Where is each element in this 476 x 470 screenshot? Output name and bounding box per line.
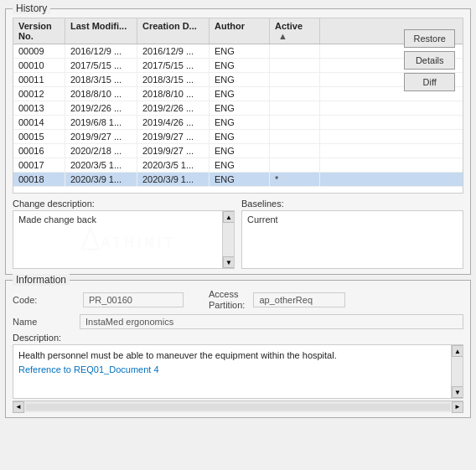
desc-text: Health personnel must be able to maneuve… <box>13 345 463 380</box>
table-body[interactable]: 00009 2016/12/9 ... 2016/12/9 ... ENG 00… <box>13 44 463 193</box>
history-title: History <box>13 3 50 14</box>
cell-active <box>270 59 320 72</box>
desc-main-text: Health personnel must be able to maneuve… <box>18 350 337 360</box>
col-header-modified: Last Modifi... <box>65 18 137 44</box>
name-label: Name <box>13 317 80 327</box>
cell-version: 00014 <box>13 116 65 129</box>
cell-modified: 2016/12/9 ... <box>65 44 137 58</box>
cell-version: 00017 <box>13 158 65 172</box>
col-header-author: Author <box>210 18 270 44</box>
svg-marker-0 <box>82 229 99 250</box>
scroll-down-arrow[interactable]: ▼ <box>223 256 235 268</box>
table-row[interactable]: 00010 2017/5/15 ... 2017/5/15 ... ENG <box>13 59 463 73</box>
cell-creation: 2018/8/10 ... <box>137 87 210 101</box>
restore-button[interactable]: Restore <box>404 29 455 48</box>
history-panel: History Version No. Last Modifi... Creat… <box>5 8 471 275</box>
cell-author: ENG <box>210 87 270 101</box>
name-row: Name <box>13 314 463 329</box>
baselines-box: Current <box>241 210 463 269</box>
change-desc-text: Made change back <box>13 211 234 228</box>
baselines-text: Current <box>242 211 463 228</box>
horiz-scrollbar[interactable]: ◄ ► <box>13 400 463 412</box>
table-header: Version No. Last Modifi... Creation D...… <box>13 18 463 44</box>
access-label: AccessPartition: <box>209 289 245 311</box>
table-row[interactable]: 00016 2020/2/18 ... 2019/9/27 ... ENG <box>13 144 463 158</box>
scroll-right-arrow[interactable]: ► <box>452 401 463 413</box>
cell-creation: 2019/4/26 ... <box>137 116 210 129</box>
desc-section: Description: Health personnel must be ab… <box>13 333 463 412</box>
information-panel: Information Code: AccessPartition: Name … <box>5 280 471 418</box>
cell-author: ENG <box>210 158 270 172</box>
cell-creation: 2017/5/15 ... <box>137 59 210 72</box>
cell-creation: 2018/3/15 ... <box>137 73 210 86</box>
access-input[interactable] <box>253 292 345 307</box>
scroll-bar-right[interactable]: ▲ ▼ <box>222 211 234 268</box>
table-row[interactable]: 00012 2018/8/10 ... 2018/8/10 ... ENG <box>13 87 463 101</box>
code-label: Code: <box>13 295 80 305</box>
cell-active <box>270 73 320 86</box>
cell-modified: 2020/3/9 1... <box>65 173 137 186</box>
cell-active: * <box>270 173 320 186</box>
code-access-row: Code: AccessPartition: <box>13 289 463 311</box>
cell-active <box>270 44 320 58</box>
cell-version: 00010 <box>13 59 65 72</box>
scroll-track <box>26 404 450 411</box>
cell-version: 00018 <box>13 173 65 186</box>
details-button[interactable]: Details <box>404 51 455 70</box>
table-row[interactable]: 00011 2018/3/15 ... 2018/3/15 ... ENG <box>13 73 463 87</box>
table-row[interactable]: 00009 2016/12/9 ... 2016/12/9 ... ENG <box>13 44 463 59</box>
code-input[interactable] <box>83 292 184 307</box>
cell-active <box>270 158 320 172</box>
cell-version: 00015 <box>13 130 65 143</box>
cell-modified: 2018/8/10 ... <box>65 87 137 101</box>
table-row[interactable]: 00015 2019/9/27 ... 2019/9/27 ... ENG <box>13 130 463 144</box>
scroll-up-arrow[interactable]: ▲ <box>452 345 463 357</box>
change-desc-section: Change description: Made change back ATH… <box>13 199 235 269</box>
cell-author: ENG <box>210 101 270 115</box>
change-desc-box: Made change back ATHINITY ▲ ▼ <box>13 210 235 269</box>
cell-modified: 2019/2/26 ... <box>65 101 137 115</box>
col-header-active: Active ▲ <box>270 18 320 44</box>
scroll-left-arrow[interactable]: ◄ <box>13 401 24 413</box>
table-row[interactable]: 00018 2020/3/9 1... 2020/3/9 1... ENG * <box>13 173 463 187</box>
diff-button[interactable]: Diff <box>404 73 455 91</box>
cell-version: 00011 <box>13 73 65 86</box>
desc-link[interactable]: Reference to REQ01_Document 4 <box>18 364 159 374</box>
cell-creation: 2020/3/5 1... <box>137 158 210 172</box>
cell-author: ENG <box>210 73 270 86</box>
table-row[interactable]: 00017 2020/3/5 1... 2020/3/5 1... ENG <box>13 158 463 173</box>
history-table: Version No. Last Modifi... Creation D...… <box>13 18 463 194</box>
scroll-up-arrow[interactable]: ▲ <box>223 211 235 223</box>
col-header-version: Version No. <box>13 18 65 44</box>
table-row[interactable]: 00014 2019/6/8 1... 2019/4/26 ... ENG <box>13 116 463 130</box>
scroll-down-arrow[interactable]: ▼ <box>452 386 463 398</box>
table-row[interactable]: 00013 2019/2/26 ... 2019/2/26 ... ENG <box>13 101 463 116</box>
desc-box: Health personnel must be able to maneuve… <box>13 344 463 399</box>
cell-active <box>270 101 320 115</box>
cell-author: ENG <box>210 59 270 72</box>
access-group: AccessPartition: <box>209 289 345 311</box>
sort-icon: ▲ <box>278 31 287 41</box>
cell-creation: 2020/3/9 1... <box>137 173 210 186</box>
cell-author: ENG <box>210 44 270 58</box>
action-buttons: Restore Details Diff <box>404 29 455 91</box>
desc-scrollbar[interactable]: ▲ ▼ <box>451 345 463 398</box>
cell-modified: 2019/6/8 1... <box>65 116 137 129</box>
cell-modified: 2017/5/15 ... <box>65 59 137 72</box>
cell-modified: 2020/2/18 ... <box>65 144 137 158</box>
svg-text:ATHINITY: ATHINITY <box>101 235 174 250</box>
cell-version: 00013 <box>13 101 65 115</box>
baselines-label: Baselines: <box>241 199 463 209</box>
cell-modified: 2019/9/27 ... <box>65 130 137 143</box>
cell-author: ENG <box>210 173 270 186</box>
cell-author: ENG <box>210 116 270 129</box>
cell-author: ENG <box>210 144 270 158</box>
lower-section: Change description: Made change back ATH… <box>13 199 463 269</box>
cell-active <box>270 130 320 143</box>
change-desc-label: Change description: <box>13 199 235 209</box>
col-header-creation: Creation D... <box>137 18 210 44</box>
cell-version: 00012 <box>13 87 65 101</box>
cell-version: 00009 <box>13 44 65 58</box>
name-input[interactable] <box>80 314 463 329</box>
cell-creation: 2019/2/26 ... <box>137 101 210 115</box>
